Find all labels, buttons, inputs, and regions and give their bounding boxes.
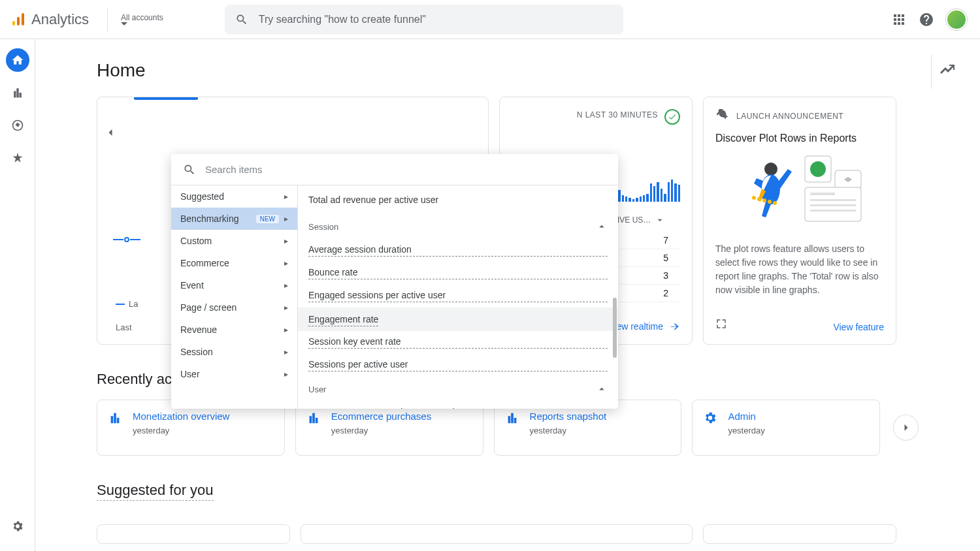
insights-button[interactable] [931, 55, 963, 89]
gear-icon [703, 411, 717, 425]
recent-card-title: Ecommerce purchases [331, 411, 431, 422]
svg-point-13 [757, 197, 761, 201]
check-icon [664, 109, 680, 125]
view-realtime-link[interactable]: View realtime [608, 321, 680, 332]
metric-search[interactable] [171, 154, 618, 185]
chart-icon [306, 411, 321, 425]
brand-logo[interactable]: Analytics [10, 11, 89, 28]
svg-rect-9 [810, 204, 856, 206]
metric-picker-popover: Suggested▸BenchmarkingNEW▸Custom▸Ecommer… [171, 154, 618, 409]
nav-settings[interactable] [6, 514, 29, 538]
view-feature-link[interactable]: View feature [833, 322, 884, 332]
user-avatar[interactable] [946, 9, 967, 30]
search-icon [235, 13, 248, 26]
announcement-illustration [715, 151, 884, 236]
chevron-down-icon [121, 22, 127, 26]
recent-card[interactable]: Adminyesterday [692, 400, 880, 456]
suggested-card[interactable] [301, 524, 693, 544]
recent-card-title: Admin [728, 411, 764, 422]
suggested-card[interactable] [97, 524, 290, 544]
search-icon [183, 163, 196, 176]
metric-categories: Suggested▸BenchmarkingNEW▸Custom▸Ecommer… [171, 185, 298, 409]
nav-explore[interactable] [6, 114, 29, 137]
rocket-icon [715, 109, 730, 123]
recent-card-subtitle: yesterday [331, 426, 431, 435]
next-button[interactable] [893, 415, 919, 441]
svg-point-15 [768, 200, 772, 204]
category-custom[interactable]: Custom▸ [171, 230, 297, 252]
apps-icon[interactable] [891, 12, 907, 27]
category-event[interactable]: Event▸ [171, 274, 297, 296]
scrollbar-thumb[interactable] [613, 298, 617, 358]
category-suggested[interactable]: Suggested▸ [171, 185, 297, 208]
help-icon[interactable] [919, 12, 934, 27]
metric-list: Total ad revenue per active userSessionA… [298, 185, 618, 409]
recent-card-subtitle: yesterday [530, 426, 607, 435]
metric-item[interactable]: Average session duration [308, 244, 608, 257]
metric-item[interactable]: Average engagement time per session [308, 407, 608, 409]
recent-card-title: Monetization overview [133, 411, 229, 422]
left-nav [0, 39, 35, 551]
category-user[interactable]: User▸ [171, 363, 297, 385]
category-session[interactable]: Session▸ [171, 341, 297, 363]
category-benchmarking[interactable]: BenchmarkingNEW▸ [171, 208, 297, 230]
metric-item[interactable]: Session key event rate [308, 336, 608, 349]
analytics-logo-icon [10, 12, 26, 27]
recent-card-subtitle: yesterday [133, 426, 229, 435]
recent-card-subtitle: yesterday [728, 426, 764, 435]
metric-item[interactable]: Bounce rate [308, 267, 608, 279]
page-title: Home [97, 60, 919, 81]
chart-legend: La [116, 299, 138, 309]
svg-rect-1 [17, 17, 20, 25]
nav-advertising[interactable] [6, 146, 29, 170]
recent-card-title: Reports snapshot [530, 411, 607, 422]
expand-button[interactable] [715, 318, 727, 332]
metric-item[interactable]: Total ad revenue per active user [298, 185, 618, 214]
metric-item[interactable]: Engaged sessions per active user [308, 290, 608, 302]
suggested-card[interactable] [703, 524, 896, 544]
top-bar: Analytics All accounts Try searching "ho… [0, 0, 980, 39]
svg-rect-0 [12, 21, 15, 25]
active-tab-indicator [134, 97, 198, 100]
metric-group[interactable]: Session [298, 214, 618, 239]
account-selector[interactable]: All accounts [107, 8, 163, 31]
metric-item[interactable]: Sessions per active user [308, 359, 608, 371]
announcement-description: The plot rows feature allows users to se… [715, 242, 884, 297]
suggested-row [97, 524, 919, 544]
realtime-card-heading: N LAST 30 MINUTES [512, 110, 658, 119]
announcement-card: LAUNCH ANNOUNCEMENT Discover Plot Rows i… [703, 97, 896, 345]
svg-rect-2 [22, 13, 24, 25]
metric-group[interactable]: User [298, 377, 618, 401]
category-page-screen[interactable]: Page / screen▸ [171, 296, 297, 319]
svg-point-11 [764, 163, 777, 176]
top-right-tools [891, 9, 967, 30]
announcement-tag: LAUNCH ANNOUNCEMENT [715, 109, 884, 123]
card-footer-text: Last [116, 323, 132, 332]
metric-item[interactable]: Engagement rate [298, 307, 618, 331]
global-search[interactable]: Try searching "how to create funnel" [225, 5, 623, 35]
svg-rect-8 [810, 199, 856, 201]
line-chart-marker [113, 237, 140, 242]
category-revenue[interactable]: Revenue▸ [171, 319, 297, 341]
svg-point-14 [762, 198, 766, 202]
suggested-heading: Suggested for you [97, 482, 214, 501]
svg-point-4 [810, 161, 826, 177]
chart-icon [108, 411, 122, 425]
svg-rect-10 [810, 210, 856, 212]
nav-reports[interactable] [6, 81, 29, 104]
svg-point-16 [773, 201, 777, 205]
metric-search-input[interactable] [205, 164, 606, 175]
category-ecommerce[interactable]: Ecommerce▸ [171, 252, 297, 274]
previous-arrow[interactable] [104, 126, 117, 142]
svg-point-12 [752, 196, 756, 200]
chart-icon [505, 411, 519, 425]
nav-home[interactable] [6, 48, 29, 72]
svg-rect-7 [810, 193, 835, 195]
brand-text: Analytics [31, 11, 89, 28]
announcement-title: Discover Plot Rows in Reports [715, 133, 884, 144]
